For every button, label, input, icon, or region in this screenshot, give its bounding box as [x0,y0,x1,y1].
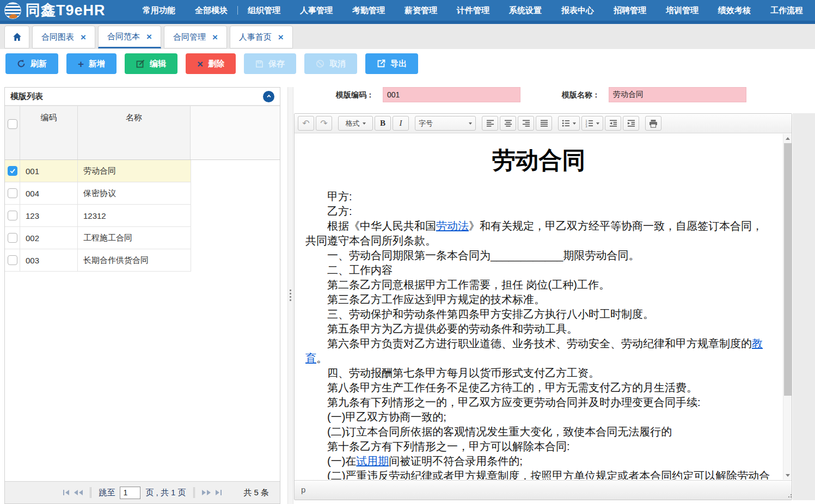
tab-contract-chart[interactable]: 合同图表 × [32,26,95,48]
row-name: 长期合作供货合同 [78,249,191,271]
nav-item-training[interactable]: 培训管理 [656,5,708,16]
save-button[interactable]: 保存 [244,53,296,74]
chevron-down-icon [469,122,472,125]
align-center-icon [504,119,512,127]
table-row[interactable]: 004 保密协议 [5,182,191,205]
redo-button[interactable]: ↷ [316,116,332,131]
align-left-button[interactable] [482,116,498,131]
add-button[interactable]: + 新增 [66,53,117,74]
export-button[interactable]: 导出 [365,53,418,74]
nav-item-attendance[interactable]: 考勤管理 [342,5,395,16]
bold-button[interactable]: B [375,116,391,131]
numbered-list-button[interactable]: 123 [581,116,603,131]
nav-item-system-settings[interactable]: 系统设置 [499,5,551,16]
doc-text: 第三条乙方工作应达到甲方规定的技术标准。 [327,293,545,305]
scroll-up-arrow-icon[interactable] [783,134,792,143]
doc-paragraph: 第六条甲方负责对乙方进行职业道德、业务技术、劳动安全、劳动纪律和甲方规章制度的教… [305,336,772,366]
row-name: 12312 [78,205,191,226]
page-number-input[interactable] [120,487,140,499]
doc-paragraph: 根据《中华人民共和国劳动法》和有关规定，甲乙双方经平等协商一致，自愿签订本合同，… [305,219,772,248]
row-checkbox[interactable] [8,255,17,265]
previous-page-button[interactable] [74,490,83,495]
last-page-button[interactable] [216,490,222,495]
close-icon[interactable]: × [212,33,218,42]
doc-link[interactable]: 试用期 [356,455,389,467]
table-row[interactable]: 003 长期合作供货合同 [5,249,191,272]
rich-text-editor: ↶ ↷ 格式 B I 字号 123 劳动合同 甲方:乙方: [294,113,792,500]
doc-text: (一)甲乙双方协商一致的; [327,411,446,423]
nav-item-report-center[interactable]: 报表中心 [551,5,604,16]
tab-hr-home[interactable]: 人事首页 × [230,26,293,48]
template-code-input[interactable] [383,87,520,102]
justify-button[interactable] [536,116,552,131]
table-row[interactable]: 002 工程施工合同 [5,227,191,249]
template-name-input[interactable] [609,87,746,102]
align-right-button[interactable] [518,116,534,131]
nav-item-workflow[interactable]: 工作流程 [761,5,813,16]
button-label: 刷新 [30,59,47,69]
bullet-list-button[interactable] [558,116,580,131]
editor-content-area[interactable]: 劳动合同 甲方:乙方:根据《中华人民共和国劳动法》和有关规定，甲乙双方经平等协商… [295,134,792,480]
row-checkbox[interactable] [8,166,17,176]
close-icon[interactable]: × [278,33,284,42]
pager-separator [90,487,91,498]
column-header-code[interactable]: 编码 [20,106,78,159]
nav-menu: 常用功能 全部模块 组织管理 人事管理 考勤管理 薪资管理 计件管理 系统设置 … [133,0,813,21]
print-button[interactable] [645,116,661,131]
undo-button[interactable]: ↶ [298,116,314,131]
doc-text: 第八条甲方生产工作任务不足使乙方待工的，甲方无需支付乙方的月生活费。 [327,382,697,394]
doc-text: 二、工作内容 [327,264,393,276]
nav-item-personnel[interactable]: 人事管理 [290,5,342,16]
redo-icon: ↷ [320,119,327,128]
align-center-button[interactable] [500,116,516,131]
chevron-up-icon [266,93,272,100]
nav-item-organization[interactable]: 组织管理 [238,5,290,16]
first-page-button[interactable] [63,490,69,495]
row-checkbox[interactable] [8,233,17,243]
scrollbar-thumb[interactable] [784,143,792,396]
indent-button[interactable] [623,116,639,131]
nav-item-payroll[interactable]: 薪资管理 [395,5,447,16]
nav-item-recruitment[interactable]: 招聘管理 [604,5,656,16]
pagination-bar: 跳至 页 , 共 1 页 共 5 条 [5,481,280,503]
table-row[interactable]: 001 劳动合同 [5,160,191,182]
close-icon[interactable]: × [81,33,86,42]
tab-home[interactable] [4,26,29,48]
italic-button[interactable]: I [393,116,409,131]
column-header-name[interactable]: 名称 [78,106,191,159]
nav-item-piecework[interactable]: 计件管理 [447,5,499,16]
row-code: 123 [20,205,78,226]
nav-item-all-modules[interactable]: 全部模块 [185,5,237,16]
fontsize-select[interactable]: 字号 [415,116,476,131]
doc-text: 第九条有下列情形之一的，甲乙双方应变更劳动合同并及时办理变更合同手续: [327,396,701,408]
tab-contract-template[interactable]: 合同范本 × [98,26,161,48]
edit-button[interactable]: 编辑 [125,53,177,74]
scroll-down-arrow-icon[interactable] [783,471,792,480]
panel-splitter[interactable] [287,87,293,504]
row-checkbox[interactable] [8,211,17,220]
doc-text: 第二条乙方同意根据甲方工作需要，担任 岗位(工种)工作。 [327,279,610,291]
logo-wedge [9,14,17,19]
splitter-grip-icon [290,290,291,291]
doc-link[interactable]: 劳动法 [436,220,469,232]
collapse-panel-button[interactable] [263,91,274,102]
nav-item-performance[interactable]: 绩效考核 [708,5,761,16]
next-page-button[interactable] [202,490,211,495]
tab-contract-management[interactable]: 合同管理 × [164,26,227,48]
close-icon[interactable]: × [146,32,152,41]
panel-title: 模版列表 [10,91,43,102]
editor-scrollbar[interactable] [783,134,792,480]
nav-item-common-functions[interactable]: 常用功能 [133,5,185,16]
format-select[interactable]: 格式 [338,116,373,131]
cancel-button[interactable]: 取消 [304,53,357,74]
doc-text: 第五条甲方为乙方提供必要的劳动条件和劳动工具。 [327,323,578,335]
row-code: 003 [20,249,78,271]
command-toolbar: 刷新 + 新增 编辑 × 删除 保存 取消 导出 [5,53,418,75]
select-all-checkbox[interactable] [8,119,17,129]
outdent-button[interactable] [605,116,621,131]
delete-button[interactable]: × 删除 [186,53,236,74]
resize-grip-icon[interactable] [788,492,789,493]
refresh-button[interactable]: 刷新 [5,53,58,74]
table-row[interactable]: 123 12312 [5,205,191,227]
row-checkbox[interactable] [8,188,17,198]
